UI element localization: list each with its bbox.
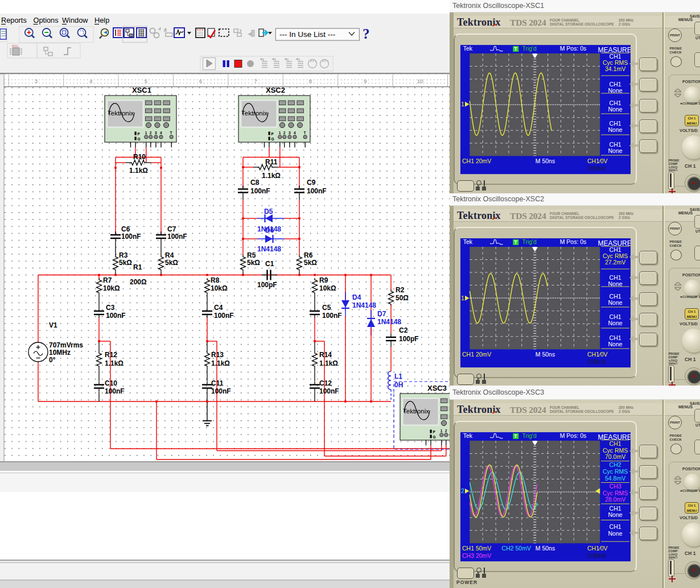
svg-text:?: ? <box>363 26 370 42</box>
svg-text:G: G <box>433 435 436 439</box>
svg-text:G: G <box>138 137 141 141</box>
svg-text:CH1: CH1 <box>609 524 621 531</box>
svg-text:R7: R7 <box>103 276 112 284</box>
svg-text:1: 1 <box>461 295 464 302</box>
svg-text:0H: 0H <box>394 381 403 389</box>
svg-text:4: 4 <box>294 131 296 135</box>
svg-text:C9: C9 <box>307 179 316 187</box>
svg-text:3: 3 <box>35 78 38 84</box>
svg-text:4: 4 <box>160 131 162 135</box>
svg-text:100pF: 100pF <box>399 335 419 343</box>
svg-text:M Pos: 0s: M Pos: 0s <box>559 432 586 439</box>
svg-text:CH1 20mV: CH1 20mV <box>462 351 491 358</box>
svg-text:CH3: CH3 <box>609 483 621 490</box>
svg-text:100nF: 100nF <box>211 387 231 395</box>
svg-text:5kΩ: 5kΩ <box>165 259 178 267</box>
svg-text:R9: R9 <box>319 276 328 284</box>
svg-text:1N4148: 1N4148 <box>257 245 281 253</box>
svg-text:Help: Help <box>94 16 109 24</box>
svg-text:5: 5 <box>145 78 147 84</box>
svg-text:D4: D4 <box>352 293 361 301</box>
svg-text:M 50ns: M 50ns <box>535 545 554 552</box>
svg-text:D5: D5 <box>264 208 273 216</box>
svg-text:XSC1: XSC1 <box>132 86 151 94</box>
svg-text:1.1kΩ: 1.1kΩ <box>105 359 123 367</box>
svg-text:Cyc RMS: Cyc RMS <box>603 469 628 475</box>
svg-text:10: 10 <box>417 78 423 84</box>
svg-text:--- In Use List ---: --- In Use List --- <box>279 30 335 39</box>
svg-text:R5: R5 <box>247 251 256 259</box>
svg-text:27.2mV: 27.2mV <box>605 259 625 266</box>
svg-text:Tektronix: Tektronix <box>403 408 429 415</box>
svg-text:R12: R12 <box>105 351 117 359</box>
svg-text:50Ω: 50Ω <box>396 294 409 302</box>
svg-text:None: None <box>608 320 622 327</box>
svg-text:C2: C2 <box>399 326 408 334</box>
svg-text:2: 2 <box>283 131 286 135</box>
svg-text:G: G <box>271 137 274 141</box>
svg-text:R10: R10 <box>133 153 146 161</box>
svg-text:T: T <box>514 434 517 440</box>
svg-text:1.1kΩ: 1.1kΩ <box>211 359 230 367</box>
svg-text:34.1mV: 34.1mV <box>605 66 625 73</box>
svg-text:CH1: CH1 <box>609 247 621 254</box>
svg-text:10MHz: 10MHz <box>587 553 606 560</box>
svg-text:None: None <box>608 300 622 307</box>
svg-text:10MHz: 10MHz <box>587 165 606 172</box>
svg-text:None: None <box>608 87 622 94</box>
svg-text:None: None <box>608 341 622 348</box>
svg-text:C11: C11 <box>211 379 224 387</box>
svg-text:R11: R11 <box>265 158 278 166</box>
svg-text:100nF: 100nF <box>106 312 126 320</box>
svg-text:XSC2: XSC2 <box>266 86 285 94</box>
svg-text:XSC3: XSC3 <box>427 384 447 392</box>
svg-text:Trig'd: Trig'd <box>522 432 537 439</box>
svg-text:R8: R8 <box>211 276 220 284</box>
svg-text:100nF: 100nF <box>121 233 141 241</box>
svg-text:T: T <box>170 131 172 135</box>
svg-text:R4: R4 <box>165 251 174 259</box>
svg-text:100nF: 100nF <box>322 312 342 320</box>
svg-text:M 50ns: M 50ns <box>535 351 554 358</box>
svg-text:CH1: CH1 <box>609 440 621 447</box>
svg-text:Cyc RMS: Cyc RMS <box>603 490 628 496</box>
svg-text:100nF: 100nF <box>307 187 327 195</box>
svg-text:2: 2 <box>150 131 152 135</box>
svg-text:10MHz: 10MHz <box>49 349 71 357</box>
svg-text:1: 1 <box>461 101 464 108</box>
svg-text:1N4148: 1N4148 <box>377 318 401 326</box>
svg-text:Cyc RMS: Cyc RMS <box>603 447 628 454</box>
svg-text:P: P <box>138 132 141 136</box>
svg-text:D7: D7 <box>377 310 386 318</box>
svg-text:1.1kΩ: 1.1kΩ <box>129 167 148 175</box>
svg-text:Tek: Tek <box>463 432 472 439</box>
svg-text:Tek: Tek <box>463 45 472 52</box>
svg-text:CH1: CH1 <box>609 120 621 127</box>
svg-text:C5: C5 <box>322 304 331 312</box>
svg-text:1.1kΩ: 1.1kΩ <box>319 359 338 367</box>
svg-text:None: None <box>608 512 622 519</box>
svg-text:Options: Options <box>34 16 59 24</box>
svg-text:C7: C7 <box>167 225 176 233</box>
svg-text:28.0mV: 28.0mV <box>605 496 625 503</box>
svg-text:CH1∕0V: CH1∕0V <box>587 158 608 164</box>
svg-text:100nF: 100nF <box>167 233 187 241</box>
svg-text:2: 2 <box>445 429 447 433</box>
svg-text:100nF: 100nF <box>250 187 270 195</box>
svg-text:M 50ns: M 50ns <box>535 158 554 164</box>
svg-text:None: None <box>608 148 622 155</box>
svg-text:C6: C6 <box>121 225 130 233</box>
svg-text:M Pos: 0s: M Pos: 0s <box>559 238 586 245</box>
svg-text:10kΩ: 10kΩ <box>211 284 228 292</box>
svg-text:8: 8 <box>309 78 312 84</box>
svg-text:1N4148: 1N4148 <box>352 301 376 309</box>
svg-text:C1: C1 <box>265 260 274 268</box>
svg-text:None: None <box>608 127 622 134</box>
svg-text:5kΩ: 5kΩ <box>119 259 132 267</box>
svg-text:CH1∕0V: CH1∕0V <box>587 545 608 552</box>
svg-text:C10: C10 <box>105 379 117 387</box>
svg-text:3: 3 <box>289 131 291 135</box>
svg-text:4: 4 <box>89 78 92 84</box>
svg-text:L1: L1 <box>394 372 402 380</box>
svg-text:100nF: 100nF <box>214 312 234 320</box>
